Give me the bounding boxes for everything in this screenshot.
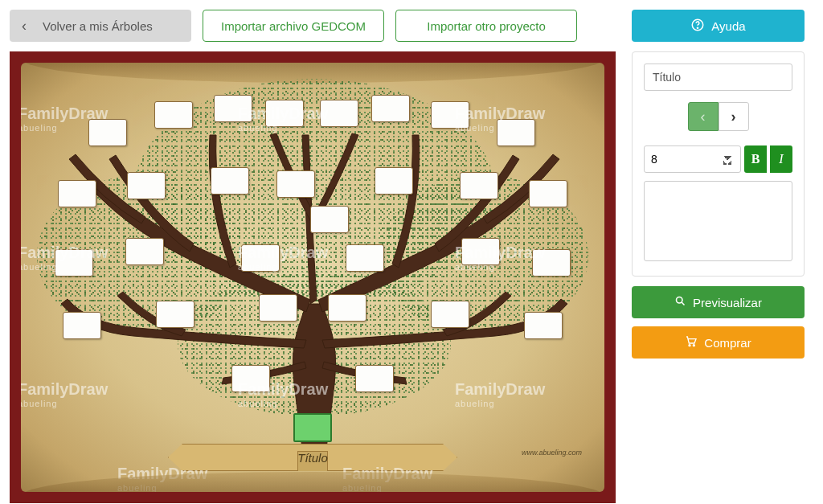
tree-node[interactable] <box>328 294 366 322</box>
node-text-area[interactable] <box>644 181 792 261</box>
tree-node[interactable] <box>265 100 304 127</box>
bold-button[interactable]: B <box>744 145 767 173</box>
tree-node[interactable] <box>524 312 563 339</box>
tree-node[interactable] <box>58 180 96 207</box>
help-circle-icon <box>690 18 705 35</box>
tree-node[interactable] <box>63 312 101 339</box>
tree-node[interactable] <box>259 294 297 322</box>
parchment-background: Título www.abueling.com FamilyDrawabueli… <box>21 63 604 492</box>
tree-node[interactable] <box>461 238 500 265</box>
tree-node[interactable] <box>497 119 535 146</box>
tree-node[interactable] <box>346 244 384 272</box>
search-icon <box>674 295 686 309</box>
site-url-text: www.abueling.com <box>522 449 582 457</box>
tree-node[interactable] <box>529 180 567 207</box>
tree-node[interactable] <box>88 119 127 146</box>
editor-panel: ‹ › 8 B I <box>632 51 805 277</box>
title-input[interactable] <box>644 64 792 91</box>
tree-node[interactable] <box>320 100 358 127</box>
import-project-button[interactable]: Importar otro proyecto <box>395 10 577 42</box>
import-gedcom-button[interactable]: Importar archivo GEDCOM <box>203 10 384 42</box>
tree-node[interactable] <box>276 170 315 198</box>
cart-icon <box>685 335 698 350</box>
tree-node[interactable] <box>460 172 498 199</box>
tree-node[interactable] <box>431 101 469 129</box>
preview-button[interactable]: Previsualizar <box>632 286 805 318</box>
svg-point-5 <box>694 344 695 346</box>
nav-arrows-group: ‹ › <box>644 102 792 131</box>
tree-node[interactable] <box>231 365 270 392</box>
svg-line-3 <box>682 302 684 305</box>
buy-button[interactable]: Comprar <box>632 326 805 359</box>
back-to-trees-button[interactable]: ‹ Volver a mis Árboles <box>10 10 191 42</box>
chevron-right-icon: › <box>731 109 736 125</box>
tree-root-node[interactable] <box>293 413 332 442</box>
back-label: Volver a mis Árboles <box>43 19 153 33</box>
tree-node[interactable] <box>214 95 252 122</box>
tree-node[interactable] <box>127 172 166 199</box>
title-banner[interactable]: Título <box>168 444 457 471</box>
tree-node[interactable] <box>431 301 469 328</box>
next-button[interactable]: › <box>719 102 749 131</box>
tree-canvas[interactable]: Título www.abueling.com FamilyDrawabueli… <box>10 51 616 503</box>
tree-node[interactable] <box>125 238 164 265</box>
svg-point-1 <box>698 27 698 28</box>
prev-button[interactable]: ‹ <box>688 102 719 131</box>
tree-node[interactable] <box>154 101 193 129</box>
tree-node[interactable] <box>211 167 249 195</box>
italic-button[interactable]: I <box>770 145 792 173</box>
font-size-select[interactable]: 8 <box>644 145 741 173</box>
chevron-left-icon: ‹ <box>701 109 706 125</box>
tree-node[interactable] <box>310 206 349 233</box>
help-button[interactable]: Ayuda <box>632 10 805 42</box>
svg-point-4 <box>689 344 690 346</box>
tree-node[interactable] <box>371 95 410 122</box>
tree-node[interactable] <box>156 301 194 328</box>
tree-node[interactable] <box>375 167 413 195</box>
tree-node[interactable] <box>55 249 93 277</box>
svg-point-2 <box>677 297 683 304</box>
tree-node[interactable] <box>532 249 571 277</box>
tree-node[interactable] <box>355 365 394 392</box>
chevron-left-icon: ‹ <box>22 18 27 35</box>
tree-node[interactable] <box>241 244 280 272</box>
